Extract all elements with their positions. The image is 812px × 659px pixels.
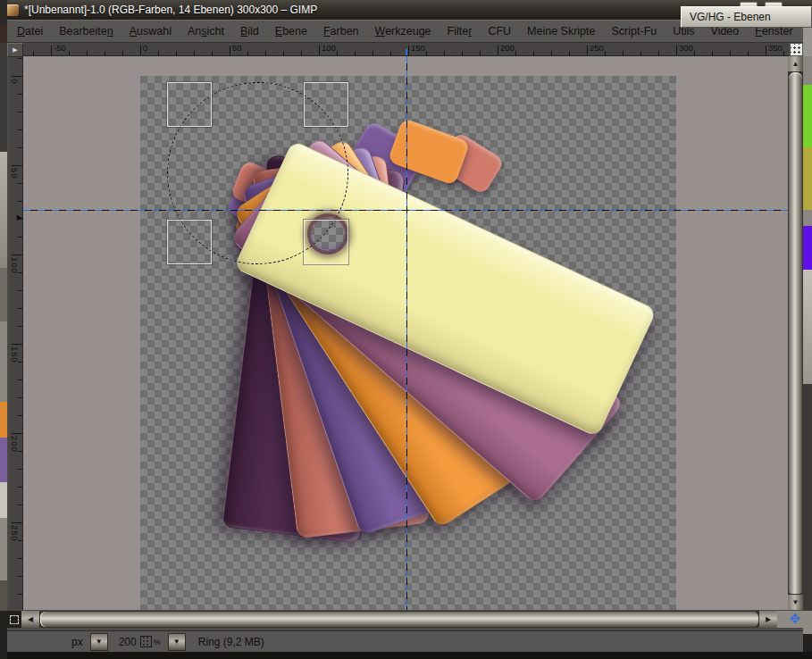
selection-handle-top-left[interactable] [167,82,212,127]
ruler-label: 200 [500,43,515,53]
status-bar: px ▼ 200 % ▼ Ring (9,2 MB) [0,630,812,652]
vertical-scrollbar-thumb[interactable] [789,72,802,594]
ruler-label: 150 [411,43,425,53]
menu-cfu[interactable]: CFU [480,21,519,42]
layer-thumbnail-fragment-green [803,85,812,147]
canvas-menu-button[interactable]: ▶ [7,43,23,57]
ruler-label: 250 [10,525,20,542]
ruler-label: 50 [232,43,242,53]
ruler-label: 0 [10,79,20,84]
menu-bild[interactable]: Bild [232,21,267,42]
pan-cross-icon: ✥ [789,611,800,626]
canvas-viewport[interactable] [23,56,788,610]
vertical-ruler[interactable]: ▶ 050100150200250300 [9,56,23,610]
scroll-down-icon[interactable]: ▼ [788,595,803,610]
layer-thumbnail-fragment-violet [803,226,812,270]
ruler-label: 250 [590,43,604,53]
vertical-scrollbar[interactable]: ▲ ▼ [788,56,803,610]
menu-ansicht[interactable]: Ansicht [180,21,232,42]
ruler-label: 200 [10,436,20,453]
guide-position-marker [406,49,407,55]
memory-status-text: Ring (9,2 MB) [198,636,264,648]
gimp-window: *[Unbenannt]-1.0 (RGB-Farben, 14 Ebenen)… [0,0,812,659]
layers-dialog-titlebar[interactable]: VG/HG - Ebenen [681,6,812,28]
navigation-preview-button[interactable]: ✥ [777,611,803,628]
window-bottom-edge [0,652,812,659]
menu-ebene[interactable]: Ebene [267,21,315,42]
menu-meine-skripte[interactable]: Meine Skripte [519,21,603,42]
menu-filter[interactable]: Filter [439,21,481,42]
scroll-up-icon[interactable]: ▲ [788,56,803,71]
layers-dialog-title: VG/HG - Ebenen [690,11,771,23]
selection-handle-top-right[interactable] [304,82,348,127]
toolbox-color-fragment-orange [0,402,7,438]
pointer-position-marker: ▶ [17,214,22,221]
image-canvas[interactable] [140,76,676,610]
horizontal-ruler[interactable]: -50050100150200250300350 [23,43,789,56]
vertical-guide[interactable] [406,56,407,610]
ruler-label: 100 [10,257,20,274]
ruler-label: 150 [10,346,20,363]
zoom-dropdown-icon[interactable]: ▼ [168,633,186,651]
menu-datei[interactable]: Datei [9,21,51,42]
horizontal-scrollbar[interactable]: ◀ ▶ [21,611,777,628]
horizontal-guide[interactable] [23,210,788,211]
menu-script-fu[interactable]: Script-Fu [604,21,666,42]
quick-mask-toggle[interactable] [7,611,21,628]
menu-auswahl[interactable]: Auswahl [121,21,180,42]
toolbox-color-fragment-purple [0,438,7,482]
ruler-label: 100 [322,43,336,53]
unit-select[interactable]: px [71,636,83,648]
menu-farben[interactable]: Farben [315,21,367,42]
quick-mask-icon [10,615,19,624]
zoom-input[interactable]: 200 [119,636,137,648]
menu-werkzeuge[interactable]: Werkzeuge [367,21,439,42]
window-title: *[Unbenannt]-1.0 (RGB-Farben, 14 Ebenen)… [24,4,317,16]
selection-handle-bottom-left[interactable] [167,220,212,264]
menu-bearbeiten[interactable]: Bearbeiten [51,21,121,42]
horizontal-scrollbar-thumb[interactable] [40,612,758,627]
gimp-wilber-icon [5,4,19,16]
scroll-right-icon[interactable]: ▶ [759,611,777,628]
ruler-label: 50 [10,168,20,179]
unit-dropdown-icon[interactable]: ▼ [90,633,108,651]
right-arrow-icon: ▶ [13,46,17,54]
ruler-label: 350 [768,43,783,53]
zoom-follow-window-toggle[interactable] [790,43,803,56]
scroll-left-icon[interactable]: ◀ [21,611,39,628]
ruler-label: -50 [54,43,66,53]
background-window-fragment [0,0,7,659]
ruler-label: 0 [143,43,147,53]
ruler-label: 300 [679,43,693,53]
zoom-spin-icon [140,636,152,647]
zoom-percent-suffix: % [154,638,161,646]
selection-handle-bottom-right[interactable] [304,220,348,264]
background-window-fragment [803,27,812,659]
layer-thumbnail-fragment-olive [803,147,812,210]
